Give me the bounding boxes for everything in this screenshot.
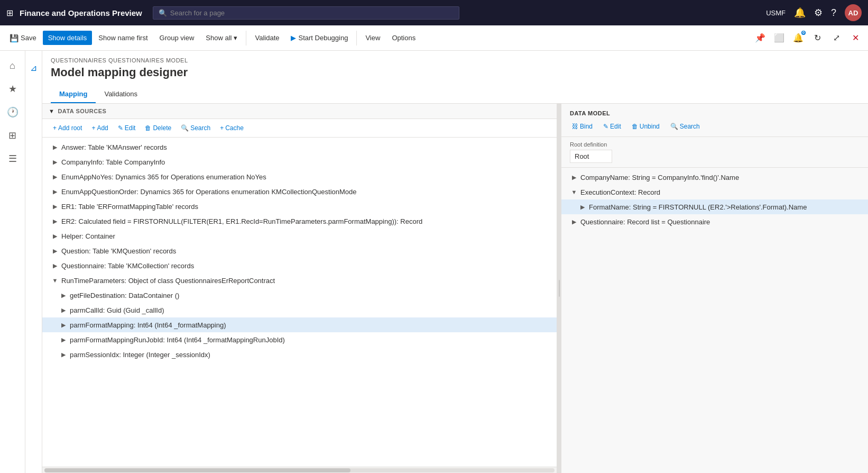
tree-item-selected[interactable]: ▶ parmFormatMapping: Int64 (Int64 _forma… (42, 317, 557, 332)
global-search-box[interactable]: 🔍 Search for a page (153, 6, 459, 20)
scrollbar-track (44, 468, 555, 472)
dm-edit-button[interactable]: ✎ Edit (599, 121, 625, 132)
cache-button[interactable]: + Cache (216, 122, 248, 134)
page-title: Model mapping designer (51, 66, 860, 79)
vertical-splitter[interactable] (557, 104, 561, 473)
datasources-tree: ▶ Answer: Table 'KMAnswer' records ▶ Com… (42, 138, 557, 467)
tree-toggle[interactable]: ▶ (59, 335, 68, 344)
tree-toggle[interactable]: ▶ (51, 217, 59, 225)
tree-toggle[interactable]: ▼ (570, 188, 578, 196)
filter-icon[interactable]: ⊿ (25, 57, 42, 78)
options-button[interactable]: Options (386, 31, 421, 45)
tree-toggle[interactable]: ▶ (51, 172, 59, 181)
horizontal-scrollbar[interactable] (42, 467, 557, 473)
datasources-toolbar: + Add root + Add ✎ Edit 🗑 Delete (42, 119, 557, 138)
tree-item[interactable]: ▶ Questionnaire: Table 'KMCollection' re… (42, 258, 557, 273)
validate-button[interactable]: Validate (250, 31, 284, 45)
delete-button[interactable]: 🗑 Delete (141, 122, 176, 134)
save-button[interactable]: 💾 Save (4, 31, 42, 46)
pin-button[interactable]: 📌 (752, 30, 769, 47)
expand-button[interactable]: ⬜ (771, 30, 788, 47)
tree-item[interactable]: ▼ RunTimeParameters: Object of class Que… (42, 273, 557, 288)
panel-layout: ▼ DATA SOURCES + Add root + Add ✎ Edit (42, 104, 868, 473)
dm-tree-item-text: Questionnaire: Record list = Questionnai… (580, 218, 862, 226)
notification-icon[interactable]: 🔔 (794, 7, 806, 19)
tree-toggle[interactable]: ▶ (51, 247, 59, 255)
dm-tree-item[interactable]: ▼ ExecutionContext: Record (561, 185, 868, 199)
tree-item[interactable]: ▶ getFileDestination: DataContainer () (42, 288, 557, 303)
show-details-button[interactable]: Show details (43, 31, 93, 45)
app-title: Finance and Operations Preview (20, 8, 142, 17)
tree-toggle[interactable]: ▼ (51, 276, 59, 285)
notification-badge-btn[interactable]: 🔔 0 (790, 30, 807, 47)
dm-tree-item-text: CompanyName: String = CompanyInfo.'find(… (580, 174, 862, 181)
tree-toggle[interactable]: ▶ (51, 158, 59, 166)
user-avatar[interactable]: AD (845, 4, 862, 21)
tree-toggle[interactable]: ▶ (59, 321, 68, 329)
show-all-dropdown-icon: ▾ (234, 34, 237, 42)
tree-toggle[interactable]: ▶ (51, 261, 59, 270)
debug-icon: ▶ (291, 34, 296, 42)
group-view-button[interactable]: Group view (154, 31, 200, 45)
tab-validations[interactable]: Validations (96, 86, 146, 103)
help-icon[interactable]: ? (831, 7, 836, 19)
tree-item[interactable]: ▶ Question: Table 'KMQuestion' records (42, 243, 557, 258)
close-button[interactable]: ✕ (847, 30, 864, 47)
tree-item[interactable]: ▶ ER1: Table 'ERFormatMappingTable' reco… (42, 199, 557, 214)
bind-button[interactable]: ⛓ Bind (568, 121, 597, 132)
datamodel-title: DATA MODEL (570, 110, 610, 116)
open-new-button[interactable]: ⤢ (828, 30, 845, 47)
tree-toggle[interactable]: ▶ (59, 291, 68, 299)
tree-item[interactable]: ▶ EnumAppNoYes: Dynamics 365 for Operati… (42, 169, 557, 184)
sidebar-list-icon[interactable]: ☰ (2, 148, 23, 169)
tree-toggle[interactable]: ▶ (51, 202, 59, 211)
tree-toggle[interactable]: ▶ (51, 187, 59, 196)
tree-toggle[interactable]: ▶ (59, 350, 68, 359)
tree-item[interactable]: ▶ Answer: Table 'KMAnswer' records (42, 140, 557, 154)
sidebar-recent-icon[interactable]: 🕐 (2, 102, 23, 123)
tree-item[interactable]: ▶ Helper: Container (42, 229, 557, 243)
tree-toggle[interactable]: ▶ (570, 217, 578, 226)
main-layout: ⌂ ★ 🕐 ⊞ ☰ ⊿ QUESTIONNAIRES QUESTIONNAIRE… (0, 51, 868, 473)
refresh-button[interactable]: ↻ (809, 30, 826, 47)
sidebar-home-icon[interactable]: ⌂ (2, 55, 23, 76)
tree-item[interactable]: ▶ parmFormatMappingRunJobId: Int64 (Int6… (42, 332, 557, 347)
search-placeholder: Search for a page (170, 9, 225, 17)
breadcrumb: QUESTIONNAIRES QUESTIONNAIRES MODEL (51, 57, 860, 63)
show-name-first-button[interactable]: Show name first (93, 31, 153, 45)
add-root-button[interactable]: + Add root (49, 122, 86, 134)
view-button[interactable]: View (360, 31, 385, 45)
tree-item[interactable]: ▶ ER2: Calculated field = FIRSTORNULL(FI… (42, 214, 557, 229)
sidebar-workspaces-icon[interactable]: ⊞ (2, 125, 23, 146)
datasources-toggle[interactable]: ▼ (49, 108, 54, 114)
start-debugging-button[interactable]: ▶ Start Debugging (285, 31, 353, 45)
search-button[interactable]: 🔍 Search (177, 122, 215, 134)
settings-icon[interactable]: ⚙ (814, 7, 823, 19)
tree-item-text: parmCallId: Guid (Guid _callId) (70, 306, 550, 314)
dm-tree-item-selected[interactable]: ▶ FormatName: String = FIRSTORNULL (ER2.… (561, 199, 868, 214)
dm-search-button[interactable]: 🔍 Search (666, 121, 704, 132)
unbind-button[interactable]: 🗑 Unbind (627, 121, 664, 132)
dm-tree-item[interactable]: ▶ CompanyName: String = CompanyInfo.'fin… (561, 170, 868, 185)
grid-icon[interactable]: ⊞ (6, 8, 13, 18)
tab-mapping[interactable]: Mapping (51, 86, 96, 103)
edit-button[interactable]: ✎ Edit (114, 122, 140, 134)
tree-toggle[interactable]: ▶ (59, 306, 68, 314)
show-all-button[interactable]: Show all ▾ (200, 31, 243, 45)
tree-item[interactable]: ▶ EnumAppQuestionOrder: Dynamics 365 for… (42, 184, 557, 199)
tree-item[interactable]: ▶ parmCallId: Guid (Guid _callId) (42, 303, 557, 317)
tree-toggle[interactable]: ▶ (578, 203, 587, 211)
datamodel-toolbar: ⛓ Bind ✎ Edit 🗑 Unbind 🔍 Search (561, 116, 868, 137)
tree-item[interactable]: ▶ parmSessionIdx: Integer (Integer _sess… (42, 347, 557, 362)
tree-toggle[interactable]: ▶ (570, 173, 578, 181)
tree-item-text: Questionnaire: Table 'KMCollection' reco… (61, 262, 550, 270)
dm-tree-item[interactable]: ▶ Questionnaire: Record list = Questionn… (561, 214, 868, 229)
tree-item[interactable]: ▶ CompanyInfo: Table CompanyInfo (42, 154, 557, 169)
add-icon: + (91, 124, 95, 132)
add-button[interactable]: + Add (87, 122, 112, 134)
company-selector[interactable]: USMF (766, 9, 786, 17)
sidebar-favorites-icon[interactable]: ★ (2, 78, 23, 99)
tree-toggle[interactable]: ▶ (51, 232, 59, 240)
tree-toggle[interactable]: ▶ (51, 143, 59, 151)
left-panel-datasources: ▼ DATA SOURCES + Add root + Add ✎ Edit (42, 104, 557, 473)
